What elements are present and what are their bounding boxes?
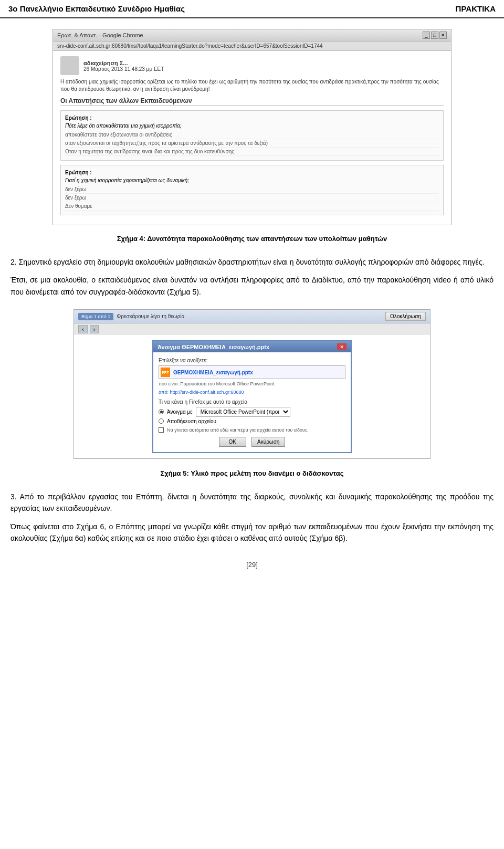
dialog-radio-group: Άνοιγμα με Microsoft Office PowerPoint (…: [159, 407, 345, 424]
dialog-open-prompt-section: Επιλέξτε να ανοίξετε: PPT ΘΕΡΜΟΧΗΜΕΙΑ_ει…: [159, 358, 345, 395]
figure5-caption: Σχήμα 5: Υλικό προς μελέτη που διανέμει …: [0, 469, 504, 477]
fig5-step-badge: Βήμα 1 από 1: [78, 313, 113, 320]
q2-answer-2: δεν ξερω: [65, 194, 439, 202]
dialog-buttons: ΟΚ Ακύρωση: [159, 437, 345, 447]
fig5-main: Άνοιγμα ΘΕΡΜΟΧΗΜΕΙΑ_εισαγωγή.pptx ✕ Επιλ…: [74, 335, 430, 458]
dialog-radio-save-label: Αποθήκευση αρχείου: [167, 418, 216, 424]
paragraph-1: 2. Σημαντικό εργαλείο στη δημιουργία ακο…: [10, 256, 494, 268]
dialog-titlebar: Άνοιγμα ΘΕΡΜΟΧΗΜΕΙΑ_εισαγωγή.pptx ✕: [153, 341, 351, 352]
dialog-body: Επιλέξτε να ανοίξετε: PPT ΘΕΡΜΟΧΗΜΕΙΑ_ει…: [153, 352, 351, 452]
page-number: [29]: [0, 550, 504, 574]
dialog-radio-save[interactable]: [159, 418, 164, 424]
question-block-2: Ερώτηση : Γιατί η χημική ισορροπία χαρακ…: [60, 165, 444, 215]
q2-answer-3: Δεν θυμαμε: [65, 202, 439, 211]
fig5-next-button[interactable]: ›: [90, 325, 99, 333]
lower-content: 3. Από το περιβάλλον εργασίας του Επόπτη…: [0, 486, 504, 544]
date: 26 Μάρτιος 2013 11:48:23 μμ ΕΕΤ: [83, 66, 164, 72]
fig5-nav-row: ‹ ›: [74, 323, 430, 335]
figure5-screenshot: Βήμα 1 από 1 Φρεσκάρουμε λίγο τη θεωρία …: [74, 309, 430, 459]
header-right: ΠΡΑΚΤΙΚΑ: [456, 4, 496, 13]
dialog-open-with-label: Τι να κάνει η Firefox με αυτό το αρχείο: [159, 399, 345, 405]
description-text: Η απόδοση μιας χημικής ισορροπίας ορίζετ…: [60, 78, 444, 93]
dialog-open-prompt: Επιλέξτε να ανοίξετε:: [159, 358, 345, 363]
chrome-titlebar: Ερωτ. & Απαντ. - Google Chrome _ □ ✕: [53, 29, 451, 41]
page-header: 3ο Πανελλήνιο Εκπαιδευτικό Συνέδριο Ημαθ…: [0, 0, 504, 18]
q1-answer-2: οταν εξισωνονται οι ταχθητητες(της προς …: [65, 139, 439, 148]
dialog-checkbox-label: Να γίνεται αυτόματα από εδώ και πέρα για…: [167, 427, 309, 433]
q1-answer-3: Οταν η ταχυτητα της αντίδρασης ειναι ιδι…: [65, 148, 439, 156]
q2-text: Γιατί η χημική ισορροπία χαρακτηρίζεται …: [65, 177, 439, 183]
q2-answer-1: δεν ξέρω: [65, 185, 439, 194]
dialog-from-url: από: http://srv-dide-conf.ait.sch.gr:606…: [159, 390, 345, 395]
section-title: Οι Απαντήσεις των άλλων Εκπαιδευόμενων: [60, 97, 444, 106]
chrome-minimize[interactable]: _: [423, 32, 430, 39]
paragraph-2: Έτσι, σε μια ακολουθία, ο εκπαιδευόμενος…: [10, 274, 494, 298]
username: αδιαχείρηση Σ...: [83, 60, 164, 66]
fig5-header: Βήμα 1 από 1 Φρεσκάρουμε λίγο τη θεωρία …: [74, 310, 430, 323]
paragraph-4: Όπως φαίνεται στο Σχήμα 6, ο Επόπτης μπο…: [10, 521, 494, 544]
fig5-complete-button[interactable]: Ολοκλήρωση: [385, 312, 426, 321]
dialog-file-description: που είναι: Παρουσίαση του Microsoft Offi…: [159, 381, 345, 387]
dialog-radio-open-label: Άνοιγμα με: [167, 409, 193, 415]
user-meta: αδιαχείρηση Σ... 26 Μάρτιος 2013 11:48:2…: [83, 60, 164, 72]
fig5-step-label: Φρεσκάρουμε λίγο τη θεωρία: [117, 313, 382, 319]
dialog-radio-row-1[interactable]: Άνοιγμα με Microsoft Office PowerPoint (…: [159, 407, 345, 417]
dialog-title: Άνοιγμα ΘΕΡΜΟΧΗΜΕΙΑ_εισαγωγή.pptx: [158, 344, 269, 350]
figure4-screenshot: Ερωτ. & Απαντ. - Google Chrome _ □ ✕ srv…: [52, 29, 452, 225]
header-left: 3ο Πανελλήνιο Εκπαιδευτικό Συνέδριο Ημαθ…: [8, 4, 185, 13]
dialog-ok-button[interactable]: ΟΚ: [219, 437, 246, 447]
figure4-content: αδιαχείρηση Σ... 26 Μάρτιος 2013 11:48:2…: [53, 51, 451, 225]
dialog-box: Άνοιγμα ΘΕΡΜΟΧΗΜΕΙΑ_εισαγωγή.pptx ✕ Επιλ…: [152, 340, 352, 453]
main-content: 2. Σημαντικό εργαλείο στη δημιουργία ακο…: [0, 251, 504, 298]
chrome-title: Ερωτ. & Απαντ. - Google Chrome: [57, 32, 143, 38]
q2-label: Ερώτηση :: [65, 170, 439, 175]
paragraph-3: 3. Από το περιβάλλον εργασίας του Επόπτη…: [10, 491, 494, 515]
chrome-addressbar: srv-dide-conf.ait.sch.gr:60680/lms//tool…: [53, 41, 451, 51]
q1-text: Πότε λέμε ότι αποκαθίσταται μια χημική ι…: [65, 123, 439, 129]
chrome-close[interactable]: ✕: [439, 32, 447, 39]
dialog-checkbox-row[interactable]: Να γίνεται αυτόματα από εδώ και πέρα για…: [159, 427, 345, 433]
dialog-file-icon: PPT: [161, 368, 170, 377]
fig5-prev-button[interactable]: ‹: [78, 325, 88, 333]
question-block-1: Ερώτηση : Πότε λέμε ότι αποκαθίσταται μι…: [60, 110, 444, 161]
chrome-controls: _ □ ✕: [423, 32, 447, 39]
user-info-row: αδιαχείρηση Σ... 26 Μάρτιος 2013 11:48:2…: [60, 56, 444, 75]
dialog-close-button[interactable]: ✕: [337, 343, 346, 350]
dialog-cancel-button[interactable]: Ακύρωση: [251, 437, 285, 447]
q1-answer-1: αποκαθίστατε όταν εξισωνονται οι αντιδρά…: [65, 131, 439, 139]
dialog-radio-row-2[interactable]: Αποθήκευση αρχείου: [159, 418, 345, 424]
dialog-radio-open[interactable]: [159, 409, 164, 414]
figure4-caption: Σχήμα 4: Δυνατότητα παρακολούθησης των α…: [0, 235, 504, 243]
user-avatar: [60, 56, 79, 75]
q1-label: Ερώτηση :: [65, 115, 439, 121]
dialog-app-select[interactable]: Microsoft Office PowerPoint (προεπιλογή): [196, 407, 290, 417]
dialog-open-with-section: Τι να κάνει η Firefox με αυτό το αρχείο …: [159, 399, 345, 433]
dialog-checkbox[interactable]: [159, 427, 164, 433]
dialog-file-row: PPT ΘΕΡΜΟΧΗΜΕΙΑ_εισαγωγή.pptx: [159, 365, 345, 379]
chrome-maximize[interactable]: □: [431, 32, 438, 39]
dialog-filename: ΘΕΡΜΟΧΗΜΕΙΑ_εισαγωγή.pptx: [173, 370, 253, 375]
